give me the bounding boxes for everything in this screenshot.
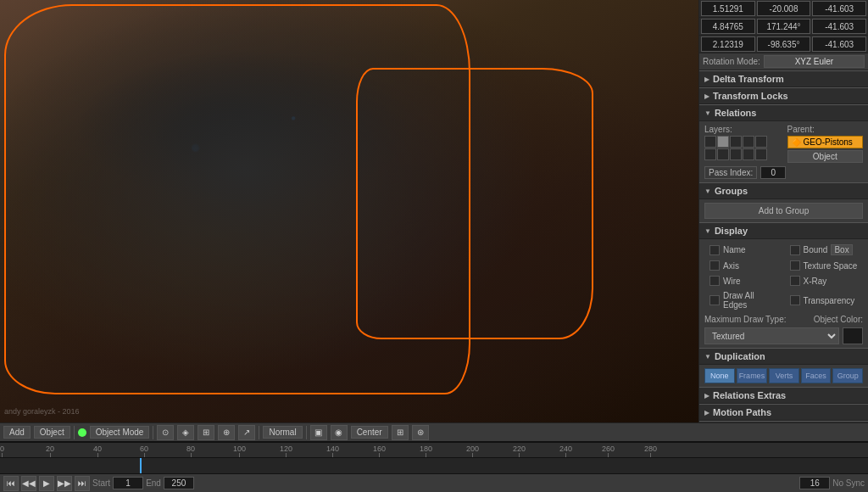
layers-label: Layers: <box>704 125 781 134</box>
wire-label: Wire <box>723 277 741 286</box>
object-button[interactable]: Object <box>34 426 70 439</box>
x-field[interactable]: 1.51291 <box>701 1 755 16</box>
groups-title: Groups <box>715 186 748 196</box>
motion-paths-header[interactable]: ▶ Motion Paths <box>699 404 868 421</box>
transparency-checkbox[interactable] <box>790 295 800 305</box>
layer-btn-9[interactable] <box>743 148 754 160</box>
tl-forward-btn[interactable]: ▶▶ <box>57 476 72 491</box>
relations-header[interactable]: ▼ Relations <box>699 104 868 121</box>
y-field[interactable]: -20.008 <box>757 1 811 16</box>
tl-prev-btn[interactable]: ⏮ <box>3 476 19 491</box>
separator-2 <box>153 426 153 439</box>
duplication-header[interactable]: ▼ Duplication <box>699 348 868 365</box>
add-button[interactable]: Add <box>3 426 31 439</box>
object-color-picker[interactable] <box>843 327 863 344</box>
triangle-icon: ▶ <box>704 392 709 400</box>
extra-icon-btn[interactable]: ⊛ <box>412 425 429 440</box>
layer-btn-5[interactable] <box>755 136 767 148</box>
parent-label: Parent: <box>787 125 864 134</box>
z-field[interactable]: -41.603 <box>812 1 866 16</box>
max-draw-type-label: Maximum Draw Type: <box>704 315 787 324</box>
dup-verts-btn[interactable]: Verts <box>769 368 799 383</box>
layer-btn-4[interactable] <box>743 136 754 148</box>
tl-rewind-btn[interactable]: ◀◀ <box>21 476 36 491</box>
sy-field[interactable]: -98.635° <box>757 36 811 52</box>
snap-icon-btn[interactable]: ⊞ <box>198 425 214 440</box>
display-header[interactable]: ▼ Display <box>699 222 868 239</box>
normal-button[interactable]: Normal <box>263 426 302 439</box>
draw-all-edges-checkbox[interactable] <box>709 295 720 305</box>
end-label: End <box>146 478 161 488</box>
transform-locks-header[interactable]: ▶ Transform Locks <box>699 87 868 104</box>
triangle-icon: ▶ <box>704 409 709 417</box>
parent-type-field[interactable]: Object <box>787 150 864 163</box>
rotation-mode-value[interactable]: XYZ Euler <box>764 55 865 68</box>
start-label: Start <box>92 478 110 488</box>
center-button[interactable]: Center <box>351 426 388 439</box>
ruler-mark-280: 280 <box>644 444 657 457</box>
playhead <box>140 458 142 473</box>
texture-space-checkbox[interactable] <box>790 260 800 271</box>
vis-icon-btn[interactable]: ◉ <box>331 425 348 440</box>
triangle-icon: ▶ <box>704 75 709 83</box>
dup-faces-btn[interactable]: Faces <box>801 368 832 383</box>
dup-group-btn[interactable]: Group <box>832 368 863 383</box>
layer-btn-1[interactable] <box>704 136 716 148</box>
add-to-group-button[interactable]: Add to Group <box>704 203 863 219</box>
tl-play-btn[interactable]: ▶ <box>39 476 54 491</box>
xray-checkbox[interactable] <box>790 276 800 286</box>
snap2-icon-btn[interactable]: ⊞ <box>392 425 409 440</box>
layer-btn-8[interactable] <box>730 148 742 160</box>
ruler-mark-60: 60 <box>140 444 148 457</box>
bound-checkbox[interactable] <box>790 245 800 255</box>
view-icon-btn[interactable]: ⊙ <box>157 425 174 440</box>
motion-paths-title: Motion Paths <box>713 407 771 417</box>
sx-field[interactable]: 2.12319 <box>701 36 755 52</box>
max-draw-row: Maximum Draw Type: Object Color: Texture… <box>704 315 863 344</box>
rz-field[interactable]: -41.603 <box>812 19 866 34</box>
layer-btn-3[interactable] <box>730 136 742 148</box>
mode-indicator <box>78 428 86 437</box>
dup-frames-btn[interactable]: Frames <box>737 368 768 383</box>
timeline-tracks[interactable] <box>0 458 868 473</box>
layer-btn-6[interactable] <box>704 148 716 160</box>
fps-field[interactable] <box>799 477 830 489</box>
tool-icon-btn[interactable]: ↗ <box>238 425 255 440</box>
end-frame-field[interactable] <box>164 477 194 489</box>
start-frame-field[interactable] <box>113 477 143 489</box>
layer-btn-7[interactable] <box>717 148 729 160</box>
rx-field[interactable]: 4.84765 <box>701 19 755 34</box>
timeline: 0 20 40 60 80 100 120 140 160 180 200 22… <box>0 441 868 492</box>
ruler-mark-120: 120 <box>280 444 292 457</box>
delta-transform-header[interactable]: ▶ Delta Transform <box>699 70 868 87</box>
separator-3 <box>259 426 259 439</box>
transform-row-1: 1.51291 -20.008 -41.603 <box>699 0 868 18</box>
axis-checkbox[interactable] <box>709 260 720 271</box>
layer-icon-btn[interactable]: ▣ <box>310 425 327 440</box>
parent-object-box[interactable]: 🔶 GEO-Pistons <box>787 136 864 148</box>
layer-btn-2[interactable] <box>717 136 729 148</box>
groups-header[interactable]: ▼ Groups <box>699 182 868 199</box>
display-title: Display <box>715 226 748 236</box>
ry-field[interactable]: 171.244° <box>757 19 811 34</box>
sz-field[interactable]: -41.603 <box>812 36 866 52</box>
render-icon-btn[interactable]: ◈ <box>177 425 194 440</box>
ruler-mark-180: 180 <box>420 444 432 457</box>
wire-checkbox[interactable] <box>709 276 720 286</box>
pivot-icon-btn[interactable]: ⊕ <box>218 425 235 440</box>
pass-index-btn[interactable]: Pass Index: <box>704 166 757 179</box>
triangle-icon: ▼ <box>704 109 711 117</box>
delta-transform-title: Delta Transform <box>713 74 784 84</box>
relations-extras-title: Relations Extras <box>713 390 786 400</box>
dup-none-btn[interactable]: None <box>704 368 735 383</box>
viewport[interactable]: andy goraleyzk - 2016 <box>0 0 698 422</box>
layer-btn-10[interactable] <box>755 148 767 160</box>
mode-select[interactable]: Object Mode <box>90 426 150 439</box>
relations-extras-header[interactable]: ▶ Relations Extras <box>699 387 868 404</box>
tl-next-btn[interactable]: ⏭ <box>75 476 90 491</box>
name-checkbox[interactable] <box>709 245 720 255</box>
pass-index-field[interactable] <box>760 166 786 179</box>
no-sync-label: No Sync <box>832 478 865 488</box>
draw-type-select[interactable]: Textured <box>704 327 839 344</box>
pass-index-row: Pass Index: <box>704 166 863 179</box>
